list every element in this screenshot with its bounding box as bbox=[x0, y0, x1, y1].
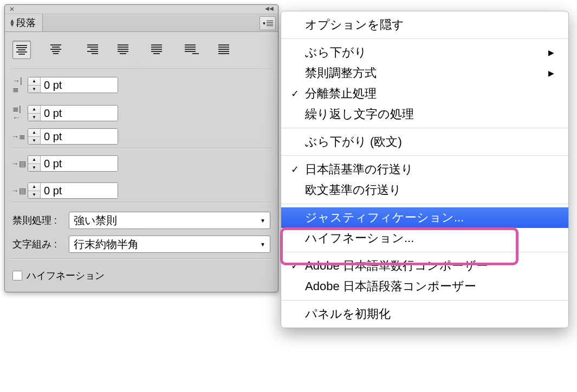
check-icon: ✓ bbox=[291, 88, 305, 100]
check-icon: ✓ bbox=[291, 260, 305, 272]
step-up[interactable]: ▲ bbox=[28, 183, 40, 191]
first-line-indent-icon: →≣ bbox=[12, 132, 24, 141]
hyphenation-checkbox[interactable] bbox=[12, 271, 22, 280]
justify-left-button[interactable] bbox=[114, 41, 132, 58]
step-down[interactable]: ▼ bbox=[28, 137, 40, 145]
firstline-row: →≣ ▲▼ bbox=[10, 127, 273, 146]
indent-right-input[interactable] bbox=[41, 106, 118, 121]
indent-left-input[interactable] bbox=[41, 77, 118, 93]
kinsoku-label: 禁則処理 : bbox=[12, 214, 64, 227]
chevron-right-icon: ▶ bbox=[548, 69, 554, 77]
space-after-stepper[interactable]: ▲▼ bbox=[28, 182, 118, 199]
chevron-right-icon: ▶ bbox=[548, 48, 554, 57]
justify-center-button[interactable] bbox=[148, 41, 165, 58]
step-down[interactable]: ▼ bbox=[28, 164, 40, 172]
step-down[interactable]: ▼ bbox=[28, 191, 40, 199]
tab-label: 段落 bbox=[16, 16, 36, 29]
justify-right-button[interactable] bbox=[181, 41, 199, 58]
alignment-row bbox=[10, 37, 273, 67]
space-after-input[interactable] bbox=[41, 183, 118, 198]
collapse-icon[interactable]: ◀◀ bbox=[265, 5, 274, 11]
mojikumi-value: 行末約物半角 bbox=[74, 237, 139, 252]
space-before-stepper[interactable]: ▲▼ bbox=[28, 155, 118, 172]
expand-icon: ▲▼ bbox=[9, 19, 15, 27]
indent-left-icon: →|≣ bbox=[12, 76, 24, 94]
space-before-input[interactable] bbox=[41, 156, 118, 171]
step-up[interactable]: ▲ bbox=[28, 156, 40, 164]
menu-kinsoku-type[interactable]: 禁則調整方式▶ bbox=[281, 63, 568, 83]
hyphenation-label: ハイフネーション bbox=[27, 269, 105, 282]
first-line-stepper[interactable]: ▲▼ bbox=[28, 128, 118, 145]
align-left-button[interactable] bbox=[12, 41, 31, 59]
menu-hyphenation[interactable]: ハイフネーション... bbox=[281, 228, 568, 249]
indent-right-stepper[interactable]: ▲▼ bbox=[28, 105, 118, 121]
menu-reset-panel[interactable]: パネルを初期化 bbox=[281, 304, 568, 324]
kinsoku-dropdown[interactable]: 強い禁則 ▼ bbox=[69, 212, 270, 229]
align-center-button[interactable] bbox=[47, 41, 64, 58]
step-down[interactable]: ▼ bbox=[28, 114, 40, 121]
step-up[interactable]: ▲ bbox=[28, 129, 40, 137]
kinsoku-row: 禁則処理 : 強い禁則 ▼ bbox=[10, 208, 273, 232]
flyout-menu-button[interactable]: ▼ bbox=[260, 16, 276, 30]
menu-burasagari[interactable]: ぶら下がり▶ bbox=[281, 42, 568, 63]
space-before-icon: →▤ bbox=[12, 159, 24, 168]
menu-hide-options[interactable]: オプションを隠す bbox=[281, 15, 568, 35]
space-after-icon: →▤ bbox=[12, 186, 24, 195]
flyout-menu: オプションを隠す ぶら下がり▶ 禁則調整方式▶ ✓分離禁止処理 繰り返し文字の処… bbox=[281, 11, 569, 328]
mojikumi-label: 文字組み : bbox=[12, 238, 64, 251]
chevron-down-icon: ▼ bbox=[262, 21, 267, 26]
paragraph-panel: ✕ ◀◀ ▲▼ 段落 ▼ bbox=[4, 4, 278, 292]
menu-lines-icon bbox=[267, 21, 273, 27]
panel-tab-strip: ▲▼ 段落 ▼ bbox=[5, 14, 278, 32]
menu-bunri-kinshi[interactable]: ✓分離禁止処理 bbox=[281, 83, 568, 104]
mojikumi-dropdown[interactable]: 行末約物半角 ▼ bbox=[69, 236, 270, 253]
indent-row: →|≣ ▲▼ ≣|← ▲▼ bbox=[10, 75, 273, 123]
menu-roman-leading[interactable]: 欧文基準の行送り bbox=[281, 180, 568, 200]
step-up[interactable]: ▲ bbox=[28, 77, 40, 86]
menu-jp-leading[interactable]: ✓日本語基準の行送り bbox=[281, 159, 568, 180]
indent-right-icon: ≣|← bbox=[12, 104, 24, 122]
chevron-down-icon: ▼ bbox=[260, 241, 265, 247]
menu-composer-single[interactable]: ✓Adobe 日本語単数行コンポーザー bbox=[281, 256, 568, 276]
align-right-button[interactable] bbox=[81, 41, 98, 58]
menu-composer-para[interactable]: Adobe 日本語段落コンポーザー bbox=[281, 276, 568, 297]
check-icon: ✓ bbox=[291, 164, 305, 175]
menu-repeat-char[interactable]: 繰り返し文字の処理 bbox=[281, 104, 568, 125]
tab-paragraph[interactable]: ▲▼ 段落 bbox=[5, 14, 43, 31]
justify-all-button[interactable] bbox=[215, 41, 232, 58]
kinsoku-value: 強い禁則 bbox=[74, 213, 117, 228]
hyphenation-row[interactable]: ハイフネーション bbox=[10, 265, 273, 284]
close-icon[interactable]: ✕ bbox=[9, 5, 15, 13]
panel-body: →|≣ ▲▼ ≣|← ▲▼ →≣ ▲▼ bbox=[5, 32, 278, 292]
chevron-down-icon: ▼ bbox=[260, 218, 265, 224]
menu-justification[interactable]: ジャスティフィケーション... bbox=[281, 207, 568, 228]
space-row: →▤ ▲▼ →▤ ▲▼ bbox=[10, 154, 273, 200]
step-down[interactable]: ▼ bbox=[28, 86, 40, 93]
step-up[interactable]: ▲ bbox=[28, 106, 40, 114]
panel-titlebar[interactable]: ✕ ◀◀ bbox=[5, 5, 278, 14]
indent-left-stepper[interactable]: ▲▼ bbox=[28, 77, 118, 93]
first-line-input[interactable] bbox=[41, 129, 118, 144]
menu-burasagari-roman[interactable]: ぶら下がり (欧文) bbox=[281, 132, 568, 152]
mojikumi-row: 文字組み : 行末約物半角 ▼ bbox=[10, 232, 273, 256]
